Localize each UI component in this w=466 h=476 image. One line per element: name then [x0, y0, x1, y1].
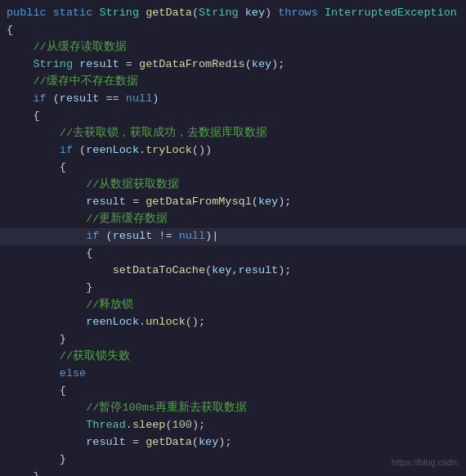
- code-token: getData: [146, 434, 192, 451]
- code-token: ,: [231, 263, 238, 280]
- code-token: [7, 91, 33, 108]
- code-token: )|: [205, 228, 218, 245]
- code-token: (: [47, 91, 60, 108]
- code-token: public: [7, 5, 47, 22]
- code-line: //获取锁失败: [0, 348, 466, 366]
- code-token: ): [265, 5, 278, 22]
- code-token: ==: [99, 91, 125, 108]
- code-line: {: [0, 108, 466, 125]
- code-token: [239, 5, 245, 22]
- code-editor: public static String getData(String key)…: [0, 0, 466, 476]
- code-token: (: [73, 142, 86, 159]
- code-line: setDataToCache(key,result);: [0, 263, 466, 280]
- code-token: {: [7, 383, 66, 400]
- code-token: ();: [186, 314, 205, 331]
- watermark: https://blog.csdn.: [392, 456, 459, 469]
- code-token: result: [79, 56, 119, 74]
- code-token: .: [126, 417, 132, 434]
- code-token: [92, 5, 99, 22]
- code-token: 100: [173, 417, 192, 434]
- code-token: (: [165, 417, 172, 434]
- code-token: result: [86, 434, 126, 451]
- code-token: }: [7, 280, 92, 297]
- code-token: [7, 366, 60, 383]
- code-token: [7, 125, 60, 142]
- code-line: Thread.sleep(100);: [0, 417, 466, 434]
- code-token: .: [139, 142, 146, 159]
- code-token: unlock: [146, 314, 186, 331]
- code-token: key: [252, 56, 271, 74]
- code-token: [7, 434, 86, 451]
- code-token: if: [33, 91, 46, 108]
- code-line: result = getDataFromMysql(key);: [0, 194, 466, 211]
- code-token: [7, 297, 86, 314]
- code-line: else: [0, 366, 466, 383]
- code-token: else: [60, 366, 86, 383]
- code-token: String: [199, 5, 239, 22]
- code-token: [47, 5, 53, 22]
- code-token: //获取锁失败: [60, 348, 130, 366]
- code-line: {: [0, 383, 466, 400]
- code-token: [7, 400, 86, 417]
- code-token: getData: [146, 5, 192, 22]
- code-line: //从数据获取数据: [0, 177, 466, 194]
- code-line: {: [0, 22, 466, 39]
- code-token: static: [53, 5, 93, 22]
- code-token: key: [245, 5, 265, 22]
- code-token: }: [7, 451, 66, 469]
- code-line: //去获取锁，获取成功，去数据库取数据: [0, 125, 466, 142]
- code-token: {: [7, 245, 92, 263]
- code-line: }: [0, 280, 466, 297]
- code-token: Thread: [86, 417, 126, 434]
- code-line: if (result != null)|: [0, 228, 466, 245]
- code-token: //更新缓存数据: [86, 211, 168, 228]
- code-line: result = getData(key);: [0, 434, 466, 451]
- code-line: //从缓存读取数据: [0, 39, 466, 56]
- code-token: [7, 39, 33, 56]
- code-token: );: [271, 56, 285, 74]
- code-line: //暂停100ms再重新去获取数据: [0, 400, 466, 417]
- code-line: reenLock.unlock();: [0, 314, 466, 331]
- code-token: String: [99, 5, 139, 22]
- code-token: if: [86, 228, 99, 245]
- code-token: [7, 194, 86, 211]
- code-token: {: [7, 108, 40, 125]
- code-token: !=: [152, 228, 178, 245]
- code-line: //释放锁: [0, 297, 466, 314]
- code-token: //从缓存读取数据: [33, 39, 126, 56]
- code-token: //去获取锁，获取成功，去数据库取数据: [60, 125, 267, 142]
- code-token: result: [60, 91, 100, 108]
- code-token: key: [212, 263, 231, 280]
- code-token: (: [252, 194, 258, 211]
- code-token: (: [205, 263, 212, 280]
- code-token: );: [192, 417, 205, 434]
- code-token: [73, 56, 79, 74]
- code-token: (: [99, 228, 112, 245]
- code-token: result: [239, 263, 279, 280]
- code-token: {: [7, 159, 66, 177]
- code-token: String: [33, 56, 73, 74]
- code-token: (: [192, 5, 199, 22]
- code-token: [7, 228, 86, 245]
- code-token: [7, 348, 60, 366]
- code-token: [7, 142, 60, 159]
- code-token: [7, 74, 33, 91]
- code-token: tryLock: [146, 142, 192, 159]
- code-line: String result = getDataFromRedis(key);: [0, 56, 466, 74]
- code-token: setDataToCache: [113, 263, 205, 280]
- code-token: =: [126, 434, 146, 451]
- code-token: //缓存中不存在数据: [33, 74, 137, 91]
- code-line: if (reenLock.tryLock()): [0, 142, 466, 159]
- code-line: //更新缓存数据: [0, 211, 466, 228]
- code-token: [7, 263, 113, 280]
- code-line: }: [0, 469, 466, 476]
- code-token: [139, 5, 146, 22]
- code-token: getDataFromRedis: [139, 56, 245, 74]
- code-token: );: [278, 194, 291, 211]
- code-token: =: [119, 56, 139, 74]
- code-line: {: [0, 159, 466, 177]
- code-token: //释放锁: [86, 297, 133, 314]
- code-token: [7, 177, 86, 194]
- code-token: ()): [192, 142, 212, 159]
- code-token: getDataFromMysql: [146, 194, 252, 211]
